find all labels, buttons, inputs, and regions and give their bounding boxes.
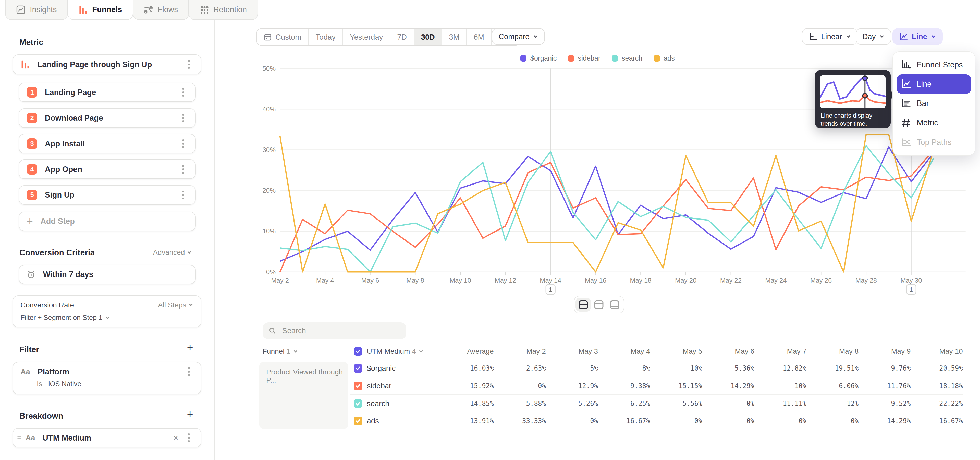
series-row-label[interactable]: ads xyxy=(350,412,442,430)
kebab-menu-icon[interactable] xyxy=(185,367,193,376)
range-7d[interactable]: 7D xyxy=(390,29,414,45)
funnel-column-header[interactable]: Funnel 1 xyxy=(256,343,350,360)
range-yesterday[interactable]: Yesterday xyxy=(343,29,390,45)
range-6m[interactable]: 6M xyxy=(467,29,492,45)
range-custom[interactable]: Custom xyxy=(257,29,309,45)
funnel-step-card[interactable]: 5 Sign Up xyxy=(19,185,196,205)
funnel-step-card[interactable]: 4 App Open xyxy=(19,160,196,179)
range-today[interactable]: Today xyxy=(309,29,343,45)
series-row-label[interactable]: $organic xyxy=(350,360,442,377)
funnel-step-card[interactable]: 2 Download Page xyxy=(19,109,196,128)
value-cell: 0% xyxy=(650,412,702,430)
value-column-header[interactable]: May 9 xyxy=(859,343,911,360)
legend-item[interactable]: sidebar xyxy=(568,54,600,62)
chart-top-view-toggle[interactable] xyxy=(591,298,607,311)
svg-text:0%: 0% xyxy=(266,268,275,275)
kebab-menu-icon[interactable] xyxy=(185,433,193,442)
value-cell: 9.52% xyxy=(859,395,911,412)
kebab-menu-icon[interactable] xyxy=(185,60,193,69)
search-input[interactable] xyxy=(281,326,400,336)
menu-item-metric[interactable]: Metric xyxy=(893,113,975,133)
chevron-down-icon xyxy=(188,302,193,307)
breakdown-table: $organic16.03%2.63%5%8%10%5.36%12.82%19.… xyxy=(256,360,963,430)
tab-retention[interactable]: Retention xyxy=(188,0,258,20)
add-breakdown-button[interactable]: + xyxy=(187,408,193,420)
series-checkbox[interactable] xyxy=(354,382,363,390)
value-column-header[interactable]: Average xyxy=(442,343,494,360)
breakdown-column-header[interactable]: UTM Medium 4 xyxy=(350,343,442,360)
split-view-toggle[interactable] xyxy=(576,298,591,311)
menu-item-line[interactable]: Line xyxy=(897,74,971,94)
conversion-window-card[interactable]: Within 7 days xyxy=(19,265,196,284)
value-column-header[interactable]: May 10 xyxy=(911,343,963,360)
value-column-header[interactable]: May 3 xyxy=(546,343,598,360)
value-cell: 9.38% xyxy=(598,377,650,395)
filter-value[interactable]: iOS Native xyxy=(48,380,81,388)
range-30d[interactable]: 30D xyxy=(414,29,442,45)
chart-type-menu: Funnel StepsLineBarMetricTop Paths xyxy=(892,51,975,156)
step-number-badge: 4 xyxy=(27,164,38,175)
series-row-label[interactable]: sidebar xyxy=(350,377,442,395)
series-row-label[interactable]: search xyxy=(350,395,442,412)
funnel-group-cell[interactable]: Product Viewed through P... xyxy=(259,362,348,429)
svg-text:May 4: May 4 xyxy=(316,277,334,284)
value-cell: 6.06% xyxy=(807,377,859,395)
range-3m[interactable]: 3M xyxy=(442,29,467,45)
filter-operator[interactable]: Is xyxy=(37,380,42,388)
add-step-button[interactable]: + Add Step xyxy=(19,212,196,231)
table-search[interactable] xyxy=(262,322,406,339)
kebab-menu-icon[interactable] xyxy=(179,139,188,148)
value-column-header[interactable]: May 6 xyxy=(702,343,754,360)
annotation-badge[interactable] xyxy=(907,284,916,294)
legend-item[interactable]: ads xyxy=(654,54,675,62)
filter-segment-dropdown[interactable]: Filter + Segment on Step 1 xyxy=(21,314,193,322)
close-icon[interactable]: × xyxy=(173,433,178,443)
funnel-step-card[interactable]: 1 Landing Page xyxy=(19,83,196,102)
filter-card[interactable]: Aa Platform Is iOS Native xyxy=(13,362,201,395)
kebab-menu-icon[interactable] xyxy=(179,88,188,97)
chart-bottom-view-toggle[interactable] xyxy=(607,298,622,311)
value-column-header[interactable]: May 8 xyxy=(807,343,859,360)
series-line-sidebar xyxy=(280,150,934,272)
menu-item-funnel-steps[interactable]: Funnel Steps xyxy=(893,55,975,74)
chevron-down-icon xyxy=(533,34,538,39)
svg-text:May 20: May 20 xyxy=(675,277,697,284)
series-checkbox[interactable] xyxy=(354,364,363,372)
legend-item[interactable]: $organic xyxy=(520,54,557,62)
chevron-down-icon xyxy=(418,349,424,354)
scale-dropdown[interactable]: Linear xyxy=(802,28,858,45)
chart-type-dropdown[interactable]: Line xyxy=(892,28,943,45)
add-filter-button[interactable]: + xyxy=(187,342,193,354)
value-cell: 8% xyxy=(598,360,650,377)
chevron-down-icon xyxy=(105,315,110,321)
funnel-metric-card[interactable]: Landing Page through Sign Up xyxy=(13,54,201,74)
value-column-header[interactable]: May 4 xyxy=(598,343,650,360)
annotation-badge[interactable] xyxy=(546,284,555,294)
svg-text:20%: 20% xyxy=(262,187,275,194)
kebab-menu-icon[interactable] xyxy=(179,191,188,199)
tab-funnels[interactable]: Funnels xyxy=(67,0,133,20)
breakdown-card[interactable]: Aa UTM Medium × xyxy=(13,428,201,447)
legend-item[interactable]: search xyxy=(612,54,642,62)
conversion-rate-card: Conversion Rate All Steps Filter + Segme… xyxy=(13,295,201,327)
menu-item-top-paths: Top Paths xyxy=(893,133,975,152)
granularity-dropdown[interactable]: Day xyxy=(856,28,891,45)
value-column-header[interactable]: May 5 xyxy=(650,343,702,360)
series-checkbox[interactable] xyxy=(354,417,363,425)
advanced-dropdown[interactable]: Advanced xyxy=(153,248,192,257)
drag-handle-icon[interactable] xyxy=(17,435,22,441)
tab-insights[interactable]: Insights xyxy=(5,0,68,20)
all-steps-dropdown[interactable]: All Steps xyxy=(158,301,193,309)
value-column-header[interactable]: May 2 xyxy=(494,343,546,360)
kebab-menu-icon[interactable] xyxy=(179,114,188,122)
tab-flows[interactable]: Flows xyxy=(133,0,189,20)
compare-button[interactable]: Compare xyxy=(492,28,545,45)
calendar-icon xyxy=(264,33,272,41)
select-all-checkbox[interactable] xyxy=(354,347,363,356)
funnel-step-card[interactable]: 3 App Install xyxy=(19,134,196,153)
menu-item-label: Bar xyxy=(917,99,929,108)
kebab-menu-icon[interactable] xyxy=(179,165,188,174)
value-column-header[interactable]: May 7 xyxy=(754,343,807,360)
menu-item-bar[interactable]: Bar xyxy=(893,94,975,113)
series-checkbox[interactable] xyxy=(354,399,363,408)
